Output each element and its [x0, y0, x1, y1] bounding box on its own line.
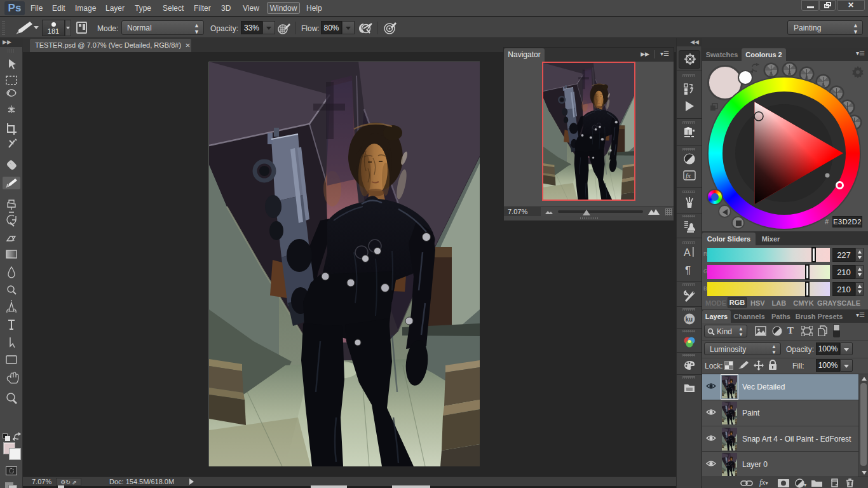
svg-text:A: A: [684, 247, 691, 258]
svg-text:fx: fx: [686, 172, 691, 179]
svg-text:ku: ku: [686, 316, 693, 323]
svg-text:¶: ¶: [685, 264, 691, 276]
